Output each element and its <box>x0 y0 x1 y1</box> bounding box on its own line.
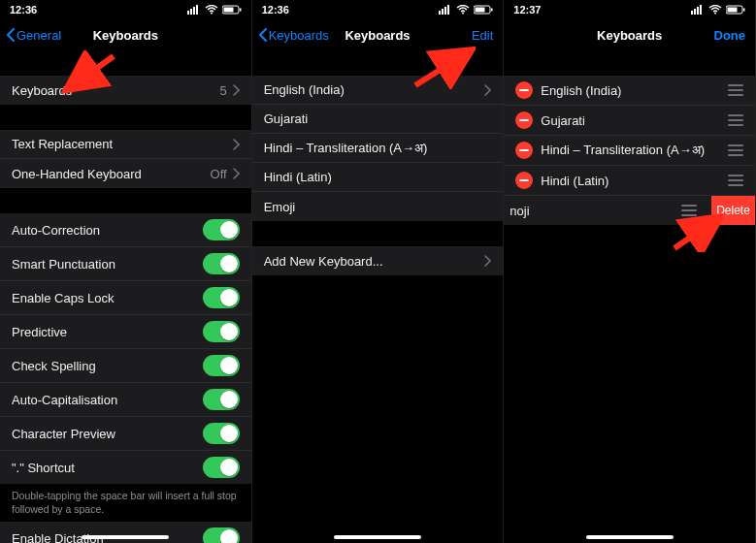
row-value: Off <box>211 167 227 181</box>
svg-rect-9 <box>439 11 441 15</box>
delete-minus-icon[interactable] <box>515 172 533 189</box>
nav-header: General Keyboards <box>0 19 251 50</box>
reorder-grip-icon[interactable] <box>728 114 743 126</box>
nav-back-label: Keyboards <box>269 28 329 43</box>
delete-minus-icon[interactable] <box>515 81 533 99</box>
toggle-auto-cap[interactable]: Auto-Capitalisation <box>0 383 251 417</box>
svg-rect-6 <box>223 8 233 13</box>
row-label: One-Handed Keyboard <box>12 167 142 181</box>
keyboard-item[interactable]: Hindi – Transliteration (A→अ) <box>252 134 504 163</box>
delete-minus-icon[interactable] <box>515 112 533 129</box>
switch-icon[interactable] <box>203 321 240 342</box>
toggle-smart-punctuation[interactable]: Smart Punctuation <box>0 247 251 281</box>
home-indicator[interactable] <box>586 535 674 539</box>
switch-icon[interactable] <box>203 457 240 478</box>
row-label: Gujarati <box>541 113 585 128</box>
switch-icon[interactable] <box>203 389 240 410</box>
switch-icon[interactable] <box>203 253 240 274</box>
row-keyboards[interactable]: Keyboards 5 <box>0 76 251 105</box>
svg-point-4 <box>211 13 213 15</box>
row-label: Auto-Correction <box>12 223 100 238</box>
svg-point-22 <box>714 13 716 15</box>
svg-rect-21 <box>700 5 702 15</box>
row-label: Predictive <box>12 325 67 339</box>
row-label: "." Shortcut <box>12 461 75 475</box>
toggle-char-preview[interactable]: Character Preview <box>0 417 251 451</box>
reorder-grip-icon[interactable] <box>728 175 743 186</box>
shortcut-footnote: Double-tapping the space bar will insert… <box>0 484 251 522</box>
nav-back[interactable]: Keyboards <box>258 19 329 50</box>
delete-button[interactable]: Delete <box>711 196 755 225</box>
reorder-grip-icon[interactable] <box>681 205 697 216</box>
row-label: Gujarati <box>264 112 309 126</box>
svg-rect-0 <box>187 11 189 15</box>
done-button[interactable]: Done <box>714 19 746 50</box>
chevron-right-icon <box>233 168 240 179</box>
status-time: 12:37 <box>513 4 541 16</box>
reorder-grip-icon[interactable] <box>728 84 743 96</box>
keyboard-item[interactable]: Gujarati <box>252 105 504 134</box>
row-value: 5 <box>219 83 226 98</box>
switch-icon[interactable] <box>203 219 240 240</box>
toggle-enable-dictation[interactable]: Enable Dictation <box>0 522 251 543</box>
row-label: Character Preview <box>12 427 115 441</box>
home-indicator[interactable] <box>82 535 169 539</box>
status-bar: 12:36 <box>252 0 504 19</box>
keyboard-edit-item[interactable]: Hindi – Transliteration (A→अ) <box>504 136 755 166</box>
row-label: Emoji <box>264 200 296 214</box>
edit-button[interactable]: Edit <box>472 19 493 50</box>
keyboard-item[interactable]: English (India) <box>252 76 504 105</box>
chevron-right-icon <box>484 84 491 96</box>
row-label: Hindi – Transliteration (A→अ) <box>541 143 705 158</box>
toggle-auto-correction[interactable]: Auto-Correction <box>0 213 251 247</box>
nav-title: Keyboards <box>93 28 158 43</box>
toggle-caps-lock[interactable]: Enable Caps Lock <box>0 281 251 315</box>
svg-rect-3 <box>196 5 198 15</box>
row-one-handed[interactable]: One-Handed Keyboard Off <box>0 159 251 188</box>
row-label: Auto-Capitalisation <box>12 393 117 407</box>
svg-rect-2 <box>193 7 195 15</box>
nav-back-label: General <box>16 28 61 43</box>
keyboard-item[interactable]: Hindi (Latin) <box>252 163 504 192</box>
svg-rect-11 <box>444 7 446 15</box>
delete-minus-icon[interactable] <box>515 142 533 159</box>
add-new-keyboard[interactable]: Add New Keyboard... <box>252 246 504 275</box>
row-label: Text Replacement <box>12 137 113 151</box>
row-label: English (India) <box>264 82 345 97</box>
nav-title: Keyboards <box>597 28 662 43</box>
keyboard-item[interactable]: Emoji <box>252 192 504 221</box>
nav-back[interactable]: General <box>6 19 61 50</box>
phone-keyboards-list: 12:36 Keyboards Keyboards Edit English (… <box>252 0 505 543</box>
status-time: 12:36 <box>262 4 289 16</box>
svg-rect-7 <box>240 9 242 12</box>
home-indicator[interactable] <box>334 535 421 539</box>
switch-icon[interactable] <box>203 287 240 308</box>
toggle-predictive[interactable]: Predictive <box>0 315 251 349</box>
switch-icon[interactable] <box>203 355 240 376</box>
svg-rect-16 <box>491 9 493 12</box>
toggle-check-spelling[interactable]: Check Spelling <box>0 349 251 383</box>
switch-icon[interactable] <box>203 527 240 543</box>
phone-keyboards-edit: 12:37 Keyboards Done English (India) Guj… <box>504 0 756 543</box>
svg-rect-15 <box>476 8 485 13</box>
svg-rect-18 <box>691 11 693 15</box>
delete-label: Delete <box>716 204 750 217</box>
keyboard-edit-item[interactable]: Hindi (Latin) <box>504 166 755 196</box>
switch-icon[interactable] <box>203 423 240 444</box>
status-bar: 12:37 <box>504 0 755 19</box>
status-time: 12:36 <box>10 4 37 16</box>
row-label: Check Spelling <box>12 359 96 373</box>
chevron-right-icon <box>233 84 240 96</box>
row-text-replacement[interactable]: Text Replacement <box>0 130 251 159</box>
svg-rect-12 <box>447 5 449 15</box>
keyboard-edit-item-swiped[interactable]: noji Delete <box>504 196 755 225</box>
keyboard-edit-item[interactable]: Gujarati <box>504 106 755 136</box>
svg-rect-1 <box>190 9 192 15</box>
toggle-shortcut[interactable]: "." Shortcut <box>0 451 251 484</box>
done-label: Done <box>714 28 746 43</box>
status-bar: 12:36 <box>0 0 251 19</box>
keyboard-edit-item[interactable]: English (India) <box>504 76 755 106</box>
chevron-left-icon <box>258 28 267 42</box>
reorder-grip-icon[interactable] <box>728 144 743 156</box>
nav-header: Keyboards Done <box>504 19 755 50</box>
